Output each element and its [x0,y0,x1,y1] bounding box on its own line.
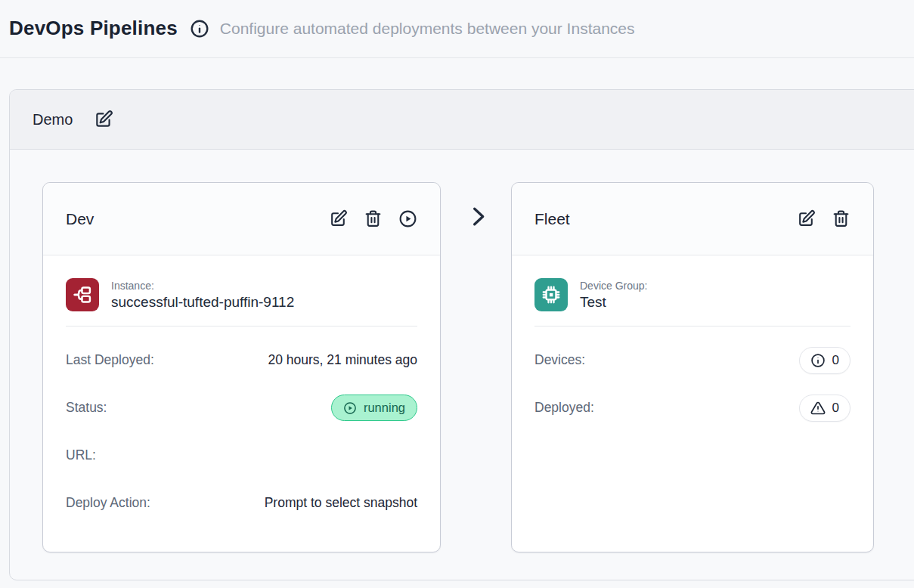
entity-divider [66,326,417,326]
page-subtitle: Configure automated deployments between … [220,20,635,38]
instance-label: Instance: [111,280,294,292]
url-label: URL: [66,447,96,463]
status-label: Status: [66,400,107,416]
edit-stage-icon[interactable] [329,209,348,228]
deploy-action-row: Deploy Action: Prompt to select snapshot [66,489,417,517]
warning-triangle-icon [810,401,826,416]
deployed-row: Deployed: 0 [534,394,850,422]
devices-label: Devices: [534,352,585,368]
last-deployed-value: 20 hours, 21 minutes ago [268,352,418,368]
pipeline-name: Demo [33,111,73,128]
instance-icon [66,278,99,311]
devices-count-pill[interactable]: 0 [799,347,850,374]
entity-divider [534,326,850,326]
deployed-count-pill[interactable]: 0 [799,395,850,422]
pipeline-panel-header: Demo [10,90,914,150]
instance-row: Instance: successful-tufted-puffin-9112 [66,278,417,311]
status-row: Status: running [66,394,417,422]
run-deploy-icon[interactable] [398,209,417,228]
dev-card-header: Dev [43,183,440,255]
stage-card-fleet: Fleet [511,182,874,552]
last-deployed-row: Last Deployed: 20 hours, 21 minutes ago [66,346,417,374]
info-circle-icon[interactable] [190,19,209,39]
header-divider [0,57,914,58]
deployed-label: Deployed: [534,400,594,416]
device-group-name: Test [580,294,647,311]
edit-fleet-icon[interactable] [797,209,816,228]
pipeline-panel: Demo Dev [9,89,914,580]
page-header: DevOps Pipelines Configure automated dep… [0,0,914,58]
delete-fleet-icon[interactable] [832,209,850,228]
edit-pipeline-icon[interactable] [94,110,113,129]
devices-count: 0 [832,353,839,368]
chevron-right-icon [466,204,491,229]
fleet-card-header: Fleet [512,183,873,255]
delete-stage-icon[interactable] [364,209,383,228]
info-circle-icon [810,353,826,368]
status-badge: running [331,395,417,421]
deploy-action-label: Deploy Action: [66,495,150,511]
url-row: URL: [66,441,417,469]
devices-row: Devices: 0 [534,346,850,374]
device-group-row: Device Group: Test [534,278,850,311]
stage-card-dev: Dev [42,182,441,552]
dev-card-title: Dev [66,210,94,228]
instance-name: successful-tufted-puffin-9112 [111,294,294,311]
fleet-card-title: Fleet [534,210,570,228]
last-deployed-label: Last Deployed: [66,352,154,368]
deployed-count: 0 [832,401,839,416]
status-badge-label: running [364,401,405,415]
running-play-icon [343,401,357,415]
device-group-label: Device Group: [580,280,647,292]
page-title: DevOps Pipelines [9,17,178,40]
deploy-action-value: Prompt to select snapshot [265,495,417,511]
device-group-icon [534,278,568,311]
